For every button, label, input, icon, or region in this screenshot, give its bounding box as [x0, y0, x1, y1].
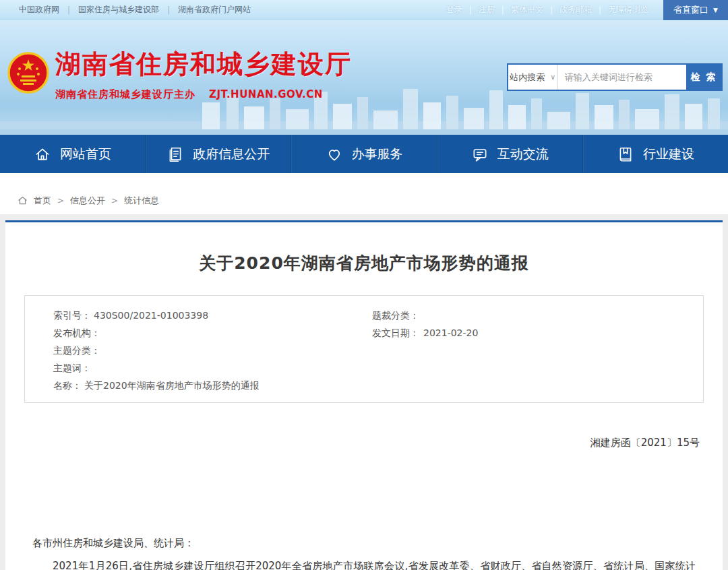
meta-keywords: 主题词：: [25, 359, 364, 377]
nav-item-industry[interactable]: 行业建设: [582, 135, 728, 173]
nav-label: 互动交流: [497, 146, 549, 163]
meta-row: 主题分类：: [25, 342, 703, 359]
meta-label: 名称：: [53, 377, 82, 394]
nav-item-info-disclosure[interactable]: 政府信息公开: [145, 135, 291, 173]
meta-row: 主题词：: [25, 359, 703, 377]
topbar-link-traditional-chinese[interactable]: 繁体中文: [504, 4, 550, 15]
home-icon: [18, 195, 28, 205]
meta-label: 题裁分类：: [372, 307, 419, 324]
chevron-down-icon: ∨: [550, 73, 555, 82]
document-number: 湘建房函〔2021〕15号: [5, 437, 723, 449]
document-icon: [166, 146, 184, 163]
breadcrumb: 首页 > 信息公开 > 统计信息: [0, 173, 728, 214]
meta-date: 发文日期： 2021-02-20: [364, 324, 703, 342]
topbar-link-register[interactable]: 注册: [472, 4, 502, 15]
book-icon: [617, 146, 634, 163]
topbar-link-hunan-portal[interactable]: 湖南省政府门户网站: [170, 4, 259, 15]
article-body: 各市州住房和城乡建设局、统计局： 2021年1月26日,省住房城乡建设厅组织召开…: [32, 532, 696, 570]
site-search-bar: 站内搜索 ∨ 检 索: [507, 63, 723, 91]
nav-label: 政府信息公开: [193, 146, 270, 163]
topbar-left-links: 中国政府网 | 国家住房与城乡建设部 | 湖南省政府门户网站: [0, 4, 259, 15]
nav-label: 网站首页: [60, 146, 111, 163]
topbar-link-china-gov[interactable]: 中国政府网: [11, 4, 67, 15]
provincial-window-dropdown[interactable]: 省直窗口 ▼: [663, 0, 728, 20]
meta-value: 2021-02-20: [423, 324, 478, 342]
chat-icon: [471, 146, 489, 163]
home-icon: [34, 146, 51, 163]
meta-row: 名称： 关于2020年湖南省房地产市场形势的通报: [25, 377, 703, 394]
national-emblem-logo: [7, 51, 50, 94]
meta-name: 名称： 关于2020年湖南省房地产市场形势的通报: [25, 377, 364, 394]
meta-value: 关于2020年湖南省房地产市场形势的通报: [84, 377, 260, 394]
meta-row: 发布机构： 发文日期： 2021-02-20: [25, 324, 703, 342]
nav-item-services[interactable]: 办事服务: [291, 135, 436, 173]
article-container: 关于2020年湖南省房地产市场形势的通报 索引号： 430S00/2021-01…: [5, 220, 723, 570]
meta-topic: 主题分类：: [25, 342, 364, 359]
meta-empty: [364, 377, 703, 394]
breadcrumb-separator: >: [111, 196, 118, 205]
meta-label: 索引号：: [53, 307, 91, 324]
breadcrumb-separator: >: [57, 196, 64, 205]
topbar-link-accessibility[interactable]: 无障碍浏览: [601, 4, 655, 15]
article-salutation: 各市州住房和城乡建设局、统计局：: [32, 532, 696, 555]
article-title: 关于2020年湖南省房地产市场形势的通报: [5, 252, 723, 274]
topbar-right-links: 登录 | 注册 | 繁体中文 | 政务邮箱 | 无障碍浏览 省直窗口 ▼: [439, 0, 728, 20]
search-scope-label: 站内搜索: [510, 71, 545, 84]
meta-empty: [364, 359, 703, 377]
search-scope-select[interactable]: 站内搜索 ∨: [508, 65, 558, 90]
nav-item-home[interactable]: 网站首页: [0, 135, 145, 173]
top-utility-bar: 中国政府网 | 国家住房与城乡建设部 | 湖南省政府门户网站 登录 | 注册 |…: [0, 0, 728, 20]
nav-item-interaction[interactable]: 互动交流: [437, 135, 582, 173]
nav-label: 办事服务: [352, 146, 403, 163]
topbar-link-gov-mail[interactable]: 政务邮箱: [553, 4, 599, 15]
site-subline: 湖南省住房和城乡建设厅主办 ZJT.HUNAN.GOV.CN: [55, 88, 352, 101]
meta-label: 发布机构：: [53, 324, 100, 342]
topbar-link-mohurd[interactable]: 国家住房与城乡建设部: [70, 4, 167, 15]
meta-label: 主题词：: [53, 359, 91, 377]
meta-label: 发文日期：: [372, 324, 419, 342]
site-identity: 湖南省住房和城乡建设厅 湖南省住房和城乡建设厅主办 ZJT.HUNAN.GOV.…: [55, 47, 352, 101]
meta-genre: 题裁分类：: [364, 307, 703, 324]
breadcrumb-item-statistics[interactable]: 统计信息: [124, 195, 159, 207]
meta-value: 430S00/2021-01003398: [94, 307, 208, 324]
search-button[interactable]: 检 索: [686, 65, 721, 90]
heart-icon: [326, 146, 343, 163]
main-navigation: 网站首页 政府信息公开 办事服务 互动交流 行业建设: [0, 135, 728, 173]
meta-issuer: 发布机构：: [25, 324, 364, 342]
search-input[interactable]: [558, 65, 686, 90]
breadcrumb-item-home[interactable]: 首页: [34, 195, 51, 207]
meta-empty: [364, 342, 703, 359]
breadcrumb-item-info-disclosure[interactable]: 信息公开: [70, 195, 105, 207]
meta-row: 索引号： 430S00/2021-01003398 题裁分类：: [25, 307, 703, 324]
meta-index: 索引号： 430S00/2021-01003398: [25, 307, 364, 324]
chevron-down-icon: ▼: [713, 7, 718, 13]
site-banner: 湖南省住房和城乡建设厅 湖南省住房和城乡建设厅主办 ZJT.HUNAN.GOV.…: [0, 20, 728, 135]
site-title: 湖南省住房和城乡建设厅: [55, 47, 352, 82]
provincial-window-label: 省直窗口: [673, 4, 708, 16]
topbar-link-login[interactable]: 登录: [439, 4, 469, 15]
meta-label: 主题分类：: [53, 342, 100, 359]
article-meta-box: 索引号： 430S00/2021-01003398 题裁分类： 发布机构： 发文…: [24, 295, 704, 403]
site-subtitle: 湖南省住房和城乡建设厅主办: [55, 88, 195, 101]
article-paragraph: 2021年1月26日,省住房城乡建设厅组织召开2020年全省房地产市场联席会议,…: [32, 555, 696, 570]
nav-label: 行业建设: [643, 146, 694, 163]
site-url: ZJT.HUNAN.GOV.CN: [209, 88, 323, 100]
